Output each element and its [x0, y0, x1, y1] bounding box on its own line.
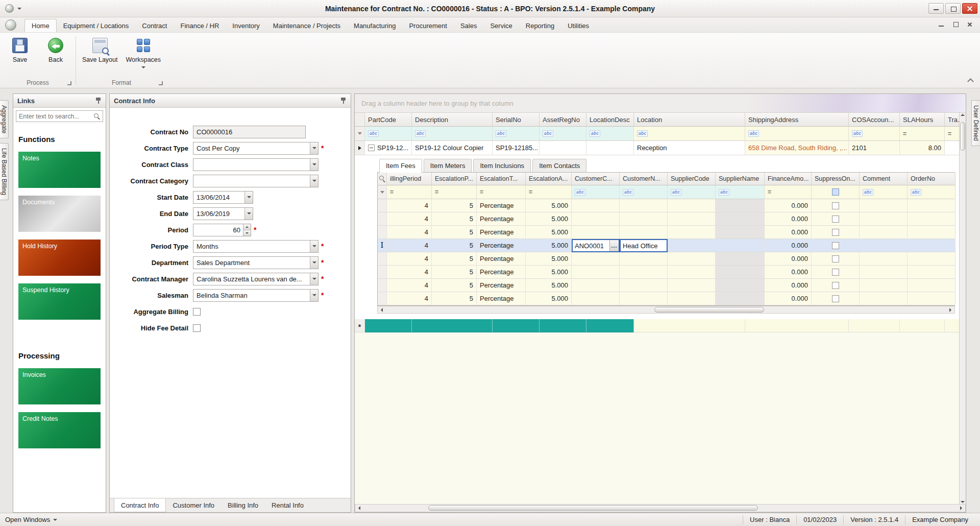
column-header-slahours[interactable]: SLAHours [900, 113, 945, 127]
new-cell-assetregno[interactable] [540, 319, 586, 332]
filter-escalationtype[interactable] [477, 185, 526, 199]
cell-customername[interactable] [620, 212, 668, 226]
pin-icon[interactable] [340, 97, 347, 104]
filter-billingperiod[interactable] [387, 185, 432, 199]
dialog-launcher-icon[interactable] [67, 81, 71, 85]
save-layout-button[interactable]: Save Layout [80, 35, 120, 63]
filter-cosaccount[interactable] [849, 127, 900, 141]
cell-suppliercode[interactable] [668, 266, 716, 279]
item-fees-row[interactable]: 4 5 Percentage 5.000 0.000 [378, 292, 954, 305]
chevron-down-icon[interactable] [310, 257, 318, 269]
cell-suppresson[interactable] [812, 199, 860, 212]
ribbon-tab-reporting[interactable]: Reporting [519, 19, 561, 32]
cell-escalationtype[interactable]: Percentage [477, 279, 526, 292]
column-header-cosaccount[interactable]: COSAccoun... [849, 113, 900, 127]
cell-customercode[interactable] [572, 212, 620, 226]
ribbon-tab-service[interactable]: Service [483, 19, 519, 32]
chevron-down-icon[interactable] [310, 241, 318, 252]
filter-serialno[interactable] [493, 127, 540, 141]
item-fees-row[interactable]: 4 5 Percentage 5.000 0.000 [378, 199, 954, 212]
filter-location[interactable] [634, 127, 745, 141]
ribbon-tab-contract[interactable]: Contract [135, 19, 174, 32]
new-cell-serialno[interactable] [493, 319, 540, 332]
cell-suppliername[interactable] [716, 226, 765, 239]
scroll-right-icon[interactable] [957, 505, 965, 512]
cell-partcode[interactable]: SP19-12... [365, 141, 412, 155]
cell-escalationpercentage[interactable]: 5 [432, 252, 477, 266]
collapse-detail-icon[interactable] [368, 145, 375, 151]
suppress-checkbox[interactable] [832, 295, 839, 302]
cell-escalationpercentage[interactable]: 5 [432, 266, 477, 279]
column-header-assetregno[interactable]: AssetRegNo [540, 113, 586, 127]
ribbon-tab-finance-hr[interactable]: Finance / HR [174, 19, 226, 32]
new-cell-description[interactable] [412, 319, 493, 332]
cell-location[interactable]: Reception [634, 141, 745, 155]
lookup-ellipsis-button[interactable]: ... [609, 240, 619, 251]
quick-access-dropdown-icon[interactable] [17, 8, 21, 10]
item-fees-row[interactable]: 4 5 Percentage 5.000 0.000 [378, 266, 954, 279]
cell-orderno[interactable] [908, 266, 955, 279]
hold-history-button[interactable]: Hold History [18, 240, 101, 276]
cell-billingperiod[interactable]: 4 [387, 226, 432, 239]
tab-billing-info[interactable]: Billing Info [221, 498, 265, 512]
documents-button[interactable]: Documents [18, 196, 101, 232]
column-header-partcode[interactable]: PartCode [365, 113, 412, 127]
column-header-orderno[interactable]: OrderNo [908, 173, 955, 185]
cell-escalationpercentage[interactable]: 5 [432, 199, 477, 212]
chevron-down-icon[interactable] [310, 142, 318, 154]
cell-customername[interactable] [620, 252, 668, 266]
cell-escalationtype[interactable]: Percentage [477, 226, 526, 239]
filter-assetregno[interactable] [540, 127, 586, 141]
cell-financeamount[interactable]: 0.000 [765, 239, 812, 252]
suppress-checkbox[interactable] [832, 202, 839, 209]
ribbon-tab-inventory[interactable]: Inventory [226, 19, 266, 32]
chevron-down-icon[interactable] [310, 290, 318, 301]
new-cell-slahours[interactable] [900, 319, 945, 332]
scrollbar-thumb[interactable] [654, 307, 764, 313]
contract-no-field[interactable]: CO0000016 [193, 126, 306, 138]
cell-customercode[interactable] [572, 199, 620, 212]
ribbon-tab-sales[interactable]: Sales [454, 19, 484, 32]
new-cell-location[interactable] [634, 319, 745, 332]
dialog-launcher-icon[interactable] [159, 81, 163, 85]
tab-item-contacts[interactable]: Item Contacts [532, 159, 586, 172]
dock-tab-life-based-billing[interactable]: Life Based Billing [0, 143, 9, 200]
cell-shippingaddress[interactable]: 658 Dime Road, South Riding, ,... [745, 141, 849, 155]
cell-escalationtype[interactable]: Percentage [477, 199, 526, 212]
tab-item-meters[interactable]: Item Meters [424, 159, 472, 172]
column-header-suppresson[interactable]: SuppressOn... [812, 173, 860, 185]
cell-comment[interactable] [860, 292, 908, 305]
aggregate-billing-checkbox[interactable] [193, 308, 201, 316]
column-chooser-cell[interactable] [378, 173, 387, 185]
cell-customercode[interactable] [572, 279, 620, 292]
suppress-checkbox[interactable] [832, 242, 839, 249]
cell-orderno[interactable] [908, 226, 955, 239]
chevron-down-icon[interactable] [244, 192, 253, 203]
cell-suppresson[interactable] [812, 252, 860, 266]
cell-financeamount[interactable]: 0.000 [765, 292, 812, 305]
ribbon-tab-procurement[interactable]: Procurement [402, 19, 453, 32]
filter-description[interactable] [412, 127, 493, 141]
cell-suppliercode[interactable] [668, 252, 716, 266]
start-date-picker[interactable]: 13/06/2014 [193, 191, 253, 204]
tab-item-fees[interactable]: Item Fees [379, 159, 422, 173]
cell-financeamount[interactable]: 0.000 [765, 266, 812, 279]
cell-escalationamount[interactable]: 5.000 [526, 226, 572, 239]
cell-orderno[interactable] [908, 252, 955, 266]
invoices-button[interactable]: Invoices [18, 368, 101, 404]
cell-escalationamount[interactable]: 5.000 [526, 239, 572, 252]
close-button[interactable] [962, 3, 977, 14]
search-input[interactable] [19, 113, 94, 120]
item-fees-row-editing[interactable]: 4 5 Percentage 5.000 ANO0001 ... Head Of… [378, 239, 954, 252]
cell-escalationamount[interactable]: 5.000 [526, 266, 572, 279]
cell-comment[interactable] [860, 252, 908, 266]
filter-financeamount[interactable] [765, 185, 812, 199]
filter-locationdesc[interactable] [586, 127, 634, 141]
cell-escalationpercentage[interactable]: 5 [432, 212, 477, 226]
cell-comment[interactable] [860, 266, 908, 279]
cell-orderno[interactable] [908, 212, 955, 226]
cell-escalationamount[interactable]: 5.000 [526, 199, 572, 212]
item-fees-row[interactable]: 4 5 Percentage 5.000 0.000 [378, 252, 954, 266]
filter-slahours[interactable] [900, 127, 945, 141]
cell-locationdesc[interactable] [586, 141, 634, 155]
